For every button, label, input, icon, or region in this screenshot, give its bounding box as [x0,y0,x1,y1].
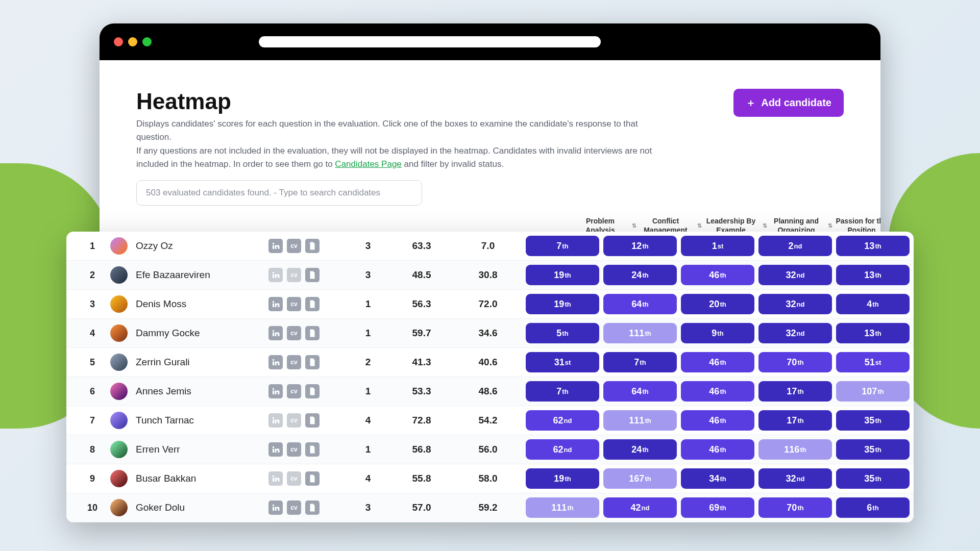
cv-icon[interactable]: cv [287,268,301,282]
cv-icon[interactable]: cv [287,471,301,486]
maximize-window-icon[interactable] [142,37,152,46]
heatmap-cell[interactable]: 6th [836,497,910,518]
heatmap-cell[interactable]: 13th [836,265,910,285]
report-icon[interactable] [305,500,320,515]
heatmap-cell[interactable]: 32nd [758,265,832,285]
heatmap-cell[interactable]: 13th [836,323,910,343]
linkedin-icon[interactable] [268,239,283,253]
heatmap-cell[interactable]: 34th [681,468,754,489]
heatmap-cell[interactable]: 111th [603,323,677,343]
heatmap-cell[interactable]: 46th [681,381,754,402]
candidate-name[interactable]: Goker Dolu [136,502,268,513]
heatmap-cell[interactable]: 46th [681,352,754,372]
heatmap-cell[interactable]: 5th [526,323,599,343]
report-icon[interactable] [305,471,320,486]
heatmap-cell[interactable]: 20th [681,294,754,314]
heatmap-cell[interactable]: 116th [758,439,832,460]
heatmap-cell[interactable]: 70th [758,352,832,372]
heatmap-cell[interactable]: 4th [836,294,910,314]
heatmap-cell[interactable]: 7th [526,381,599,402]
report-icon[interactable] [305,413,320,428]
heatmap-cell[interactable]: 35th [836,410,910,431]
avatar[interactable] [110,324,128,342]
heatmap-cell[interactable]: 31st [526,352,599,372]
heatmap-cell[interactable]: 111th [603,410,677,431]
heatmap-cell[interactable]: 24th [603,439,677,460]
heatmap-cell[interactable]: 62nd [526,439,599,460]
heatmap-cell[interactable]: 32nd [758,323,832,343]
report-icon[interactable] [305,442,320,457]
search-input[interactable] [136,180,422,206]
candidate-name[interactable]: Zerrin Gurali [136,357,268,368]
linkedin-icon[interactable] [268,500,283,515]
heatmap-cell[interactable]: 64th [603,381,677,402]
heatmap-cell[interactable]: 32nd [758,468,832,489]
candidate-name[interactable]: Dammy Gocke [136,328,268,339]
address-bar[interactable] [259,36,601,47]
heatmap-cell[interactable]: 42nd [603,497,677,518]
cv-icon[interactable]: cv [287,442,301,457]
avatar[interactable] [110,441,128,458]
heatmap-cell[interactable]: 70th [758,497,832,518]
close-window-icon[interactable] [114,37,123,46]
linkedin-icon[interactable] [268,413,283,428]
candidate-name[interactable]: Ozzy Oz [136,240,268,252]
cv-icon[interactable]: cv [287,297,301,311]
avatar[interactable] [110,499,128,516]
heatmap-cell[interactable]: 1st [681,236,754,256]
heatmap-cell[interactable]: 12th [603,236,677,256]
linkedin-icon[interactable] [268,268,283,282]
cv-icon[interactable]: cv [287,500,301,515]
heatmap-cell[interactable]: 35th [836,439,910,460]
linkedin-icon[interactable] [268,384,283,398]
report-icon[interactable] [305,239,320,253]
avatar[interactable] [110,295,128,313]
avatar[interactable] [110,383,128,400]
candidate-name[interactable]: Efe Bazaareviren [136,269,268,281]
heatmap-cell[interactable]: 17th [758,381,832,402]
report-icon[interactable] [305,355,320,369]
add-candidate-button[interactable]: ＋ Add candidate [733,89,844,117]
linkedin-icon[interactable] [268,355,283,369]
cv-icon[interactable]: cv [287,326,301,340]
linkedin-icon[interactable] [268,442,283,457]
heatmap-cell[interactable]: 7th [603,352,677,372]
cv-icon[interactable]: cv [287,384,301,398]
heatmap-cell[interactable]: 7th [526,236,599,256]
heatmap-cell[interactable]: 64th [603,294,677,314]
heatmap-cell[interactable]: 24th [603,265,677,285]
avatar[interactable] [110,266,128,284]
heatmap-cell[interactable]: 51st [836,352,910,372]
heatmap-cell[interactable]: 13th [836,236,910,256]
heatmap-cell[interactable]: 32nd [758,294,832,314]
cv-icon[interactable]: cv [287,239,301,253]
report-icon[interactable] [305,384,320,398]
heatmap-cell[interactable]: 111th [526,497,599,518]
linkedin-icon[interactable] [268,297,283,311]
avatar[interactable] [110,354,128,371]
candidate-name[interactable]: Tunch Tarnac [136,415,268,426]
candidates-page-link[interactable]: Candidates Page [335,159,401,169]
candidate-name[interactable]: Busar Bakkan [136,473,268,484]
report-icon[interactable] [305,326,320,340]
linkedin-icon[interactable] [268,326,283,340]
heatmap-cell[interactable]: 107th [836,381,910,402]
minimize-window-icon[interactable] [128,37,137,46]
heatmap-cell[interactable]: 46th [681,265,754,285]
avatar[interactable] [110,412,128,429]
heatmap-cell[interactable]: 2nd [758,236,832,256]
report-icon[interactable] [305,268,320,282]
avatar[interactable] [110,470,128,487]
heatmap-cell[interactable]: 46th [681,410,754,431]
linkedin-icon[interactable] [268,471,283,486]
heatmap-cell[interactable]: 46th [681,439,754,460]
report-icon[interactable] [305,297,320,311]
heatmap-cell[interactable]: 19th [526,294,599,314]
heatmap-cell[interactable]: 62nd [526,410,599,431]
heatmap-cell[interactable]: 19th [526,468,599,489]
cv-icon[interactable]: cv [287,413,301,428]
heatmap-cell[interactable]: 167th [603,468,677,489]
candidate-name[interactable]: Annes Jemis [136,386,268,397]
candidate-name[interactable]: Denis Moss [136,298,268,310]
candidate-name[interactable]: Erren Verr [136,444,268,455]
